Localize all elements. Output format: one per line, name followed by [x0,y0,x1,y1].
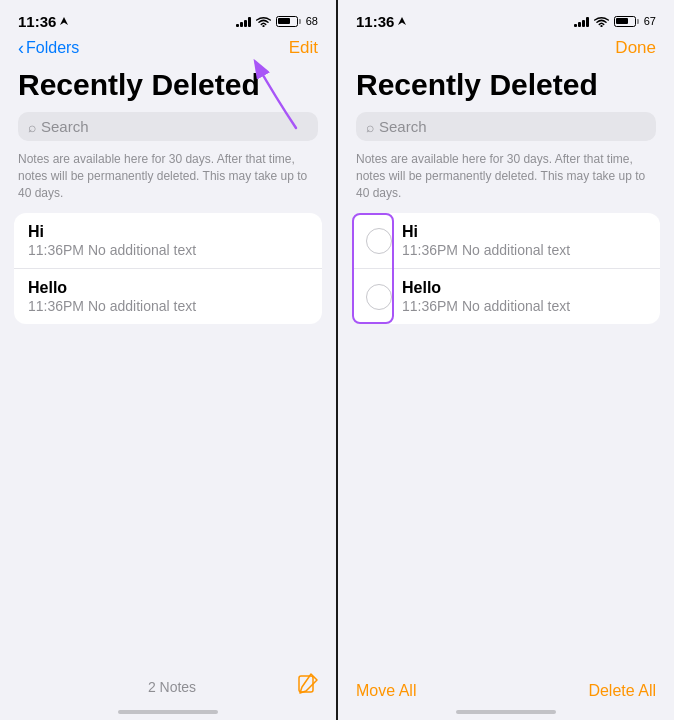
svg-marker-0 [60,17,68,25]
page-title-right: Recently Deleted [338,64,674,112]
compose-icon[interactable] [296,673,318,700]
status-bar-right: 11:36 67 [338,0,674,36]
search-placeholder-right: Search [379,118,427,135]
search-placeholder-left: Search [41,118,89,135]
nav-bar-left: ‹ Folders Edit [0,36,336,64]
home-indicator-left [118,710,218,714]
note-title-hi-right: Hi [402,223,646,241]
status-bar-left: 11:36 [0,0,336,36]
svg-point-5 [600,24,602,26]
info-text-left: Notes are available here for 30 days. Af… [0,151,336,213]
edit-button[interactable]: Edit [289,38,318,58]
note-meta-hi-left: 11:36PM No additional text [28,242,308,258]
svg-point-1 [262,24,264,26]
battery-right [614,16,639,27]
page-title-left: Recently Deleted [0,64,336,112]
search-bar-right[interactable]: ⌕ Search [356,112,656,141]
right-panel: 11:36 67 [338,0,674,720]
wifi-icon-right [594,16,609,27]
delete-all-button[interactable]: Delete All [588,682,656,700]
status-icons-left: 68 [236,15,318,27]
signal-left [236,16,251,27]
note-item-hi-left[interactable]: Hi 11:36PM No additional text [14,213,322,269]
location-icon-left [59,16,69,26]
note-title-hello-left: Hello [28,279,308,297]
notes-list-container-right: Hi 11:36PM No additional text Hello 11:3… [352,213,660,324]
location-icon-right [397,16,407,26]
notes-list-right: Hi 11:36PM No additional text Hello 11:3… [352,213,660,324]
search-bar-left[interactable]: ⌕ Search [18,112,318,141]
time-right: 11:36 [356,13,407,30]
note-item-hello-right[interactable]: Hello 11:36PM No additional text [352,269,660,324]
note-meta-hi-right: 11:36PM No additional text [402,242,646,258]
time-left: 11:36 [18,13,69,30]
note-meta-hello-right: 11:36PM No additional text [402,298,646,314]
note-title-hello-right: Hello [402,279,646,297]
signal-right [574,16,589,27]
note-title-hi-left: Hi [28,223,308,241]
nav-bar-right: Done [338,36,674,64]
notes-list-left: Hi 11:36PM No additional text Hello 11:3… [14,213,322,324]
wifi-icon-left [256,16,271,27]
status-icons-right: 67 [574,15,656,27]
select-circle-hi[interactable] [366,228,392,254]
home-indicator-right [456,710,556,714]
note-item-hi-right[interactable]: Hi 11:36PM No additional text [352,213,660,269]
select-circle-hello[interactable] [366,284,392,310]
search-icon-right: ⌕ [366,119,374,135]
done-button[interactable]: Done [615,38,656,58]
notes-count: 2 Notes [48,679,296,695]
folders-back-button[interactable]: ‹ Folders [18,39,79,57]
note-meta-hello-left: 11:36PM No additional text [28,298,308,314]
battery-left [276,16,301,27]
move-all-button[interactable]: Move All [356,682,416,700]
left-panel: 11:36 [0,0,336,720]
info-text-right: Notes are available here for 30 days. Af… [338,151,674,213]
svg-marker-4 [398,17,406,25]
search-icon-left: ⌕ [28,119,36,135]
note-item-hello-left[interactable]: Hello 11:36PM No additional text [14,269,322,324]
